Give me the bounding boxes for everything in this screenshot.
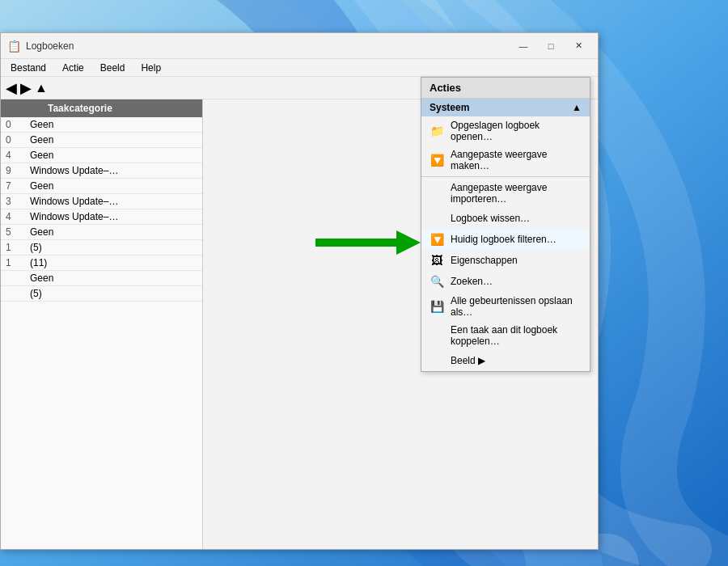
left-panel-header: Taakcategorie (1, 99, 202, 117)
table-row[interactable]: Geen (1, 271, 202, 286)
table-cell-col1 (1, 271, 25, 286)
acties-section-systeem[interactable]: Systeem ▲ (421, 99, 590, 116)
table-row[interactable]: 1 (5) (1, 240, 202, 256)
table-cell-col1: 4 (1, 148, 25, 163)
title-bar-left: 📋 Logboeken (7, 40, 74, 53)
empty-icon (430, 353, 444, 368)
acties-item-logboek-wissen[interactable]: Logboek wissen… (421, 208, 590, 229)
title-bar: 📋 Logboeken — □ ✕ (1, 33, 598, 59)
acties-item-zoeken[interactable]: 🔍 Zoeken… (421, 271, 590, 292)
acties-item-beeld[interactable]: Beeld ▶ (421, 350, 590, 371)
acties-item-label: Eigenschappen (451, 255, 518, 266)
table-cell-col1: 4 (1, 209, 25, 225)
table-cell-col1: 3 (1, 194, 25, 209)
search-icon: 🔍 (430, 274, 444, 289)
table-cell-col2: Geen (25, 148, 202, 163)
acties-item-aangepaste-importeren[interactable]: Aangepaste weergave importeren… (421, 179, 590, 208)
table-cell-col1: 7 (1, 179, 25, 194)
table-cell-col2: Geen (25, 225, 202, 240)
empty-icon (430, 328, 444, 343)
table-cell-col2: Windows Update–… (25, 194, 202, 209)
acties-item-label: Beeld ▶ (451, 355, 485, 366)
table-cell-col1: 1 (1, 240, 25, 256)
table-cell-col1: 5 (1, 225, 25, 240)
acties-item-huidig-filteren[interactable]: 🔽 Huidig logboek filteren… (421, 229, 590, 250)
acties-item-label: Aangepaste weergave importeren… (451, 182, 582, 205)
table-cell-col2: Geen (25, 271, 202, 286)
menu-actie[interactable]: Actie (56, 61, 91, 75)
folder-icon: 📁 (430, 124, 444, 138)
title-bar-controls: — □ ✕ (510, 38, 591, 54)
window-icon: 📋 (7, 40, 21, 53)
menu-help[interactable]: Help (134, 61, 167, 75)
filter-yellow-icon: 🔽 (430, 153, 444, 167)
acties-item-opgeslagen[interactable]: 📁 Opgeslagen logboek openen… (421, 116, 590, 146)
acties-item-opslaan-als[interactable]: 💾 Alle gebeurtenissen opslaan als… (421, 292, 590, 321)
table-cell-col2: Geen (25, 179, 202, 194)
table-cell-col2: Geen (25, 133, 202, 148)
menu-bestand[interactable]: Bestand (4, 61, 53, 75)
menu-bar: Bestand Actie Beeld Help (1, 59, 598, 77)
acties-item-eigenschappen[interactable]: 🖼 Eigenschappen (421, 250, 590, 271)
table-row[interactable]: 5 Geen (1, 225, 202, 240)
table-row[interactable]: 1 (11) (1, 256, 202, 271)
table-cell-col2: (11) (25, 256, 202, 271)
table-row[interactable]: 9 Windows Update–… (1, 163, 202, 179)
acties-item-label: Logboek wissen… (451, 213, 530, 224)
table-row[interactable]: 0 Geen (1, 133, 202, 148)
table-cell-col1: 0 (1, 133, 25, 148)
table-cell-col2: (5) (25, 286, 202, 302)
acties-items-container: 📁 Opgeslagen logboek openen… 🔽 Aangepast… (421, 116, 590, 371)
left-table[interactable]: 0 Geen 0 Geen 4 Geen 9 Windows Update–… … (1, 117, 202, 549)
event-table: 0 Geen 0 Geen 4 Geen 9 Windows Update–… … (1, 117, 202, 302)
acties-panel: Acties Systeem ▲ 📁 Opgeslagen logboek op… (421, 77, 590, 372)
table-cell-col2: Windows Update–… (25, 209, 202, 225)
save-icon: 💾 (430, 299, 444, 314)
table-row[interactable]: (5) (1, 286, 202, 302)
table-cell-col1 (1, 286, 25, 302)
acties-item-label: Opgeslagen logboek openen… (451, 120, 582, 142)
acties-item-aangepaste-maken[interactable]: 🔽 Aangepaste weergave maken… (421, 146, 590, 175)
toolbar-forward[interactable]: ▶ (20, 79, 32, 97)
empty-icon (430, 186, 444, 201)
left-panel: Taakcategorie 0 Geen 0 Geen 4 Geen 9 Win… (1, 99, 203, 549)
table-cell-col2: Windows Update–… (25, 163, 202, 179)
svg-marker-1 (315, 230, 421, 255)
acties-section-collapse-icon: ▲ (572, 102, 582, 113)
header-col2: Taakcategorie (48, 103, 112, 114)
acties-item-label: Zoeken… (451, 276, 493, 287)
minimize-button[interactable]: — (510, 38, 536, 54)
window-title: Logboeken (26, 40, 74, 52)
acties-panel-title: Acties (421, 78, 590, 99)
table-cell-col2: Geen (25, 117, 202, 133)
close-button[interactable]: ✕ (565, 38, 591, 54)
acties-separator (421, 176, 590, 177)
acties-item-label: Een taak aan dit logboek koppelen… (451, 324, 582, 347)
header-col1 (7, 103, 32, 114)
empty-icon (430, 211, 444, 226)
table-row[interactable]: 4 Geen (1, 148, 202, 163)
table-cell-col1: 1 (1, 256, 25, 271)
table-row[interactable]: 4 Windows Update–… (1, 209, 202, 225)
table-row[interactable]: 0 Geen (1, 117, 202, 133)
acties-item-label: Alle gebeurtenissen opslaan als… (451, 295, 582, 318)
toolbar-up[interactable]: ▲ (35, 81, 48, 95)
table-row[interactable]: 3 Windows Update–… (1, 194, 202, 209)
toolbar-back[interactable]: ◀ (6, 79, 17, 97)
acties-item-taak-koppelen[interactable]: Een taak aan dit logboek koppelen… (421, 321, 590, 350)
green-arrow-indicator (315, 226, 437, 261)
maximize-button[interactable]: □ (538, 38, 564, 54)
table-cell-col1: 0 (1, 117, 25, 133)
table-row[interactable]: 7 Geen (1, 179, 202, 194)
acties-section-label: Systeem (430, 102, 469, 113)
menu-beeld[interactable]: Beeld (94, 61, 132, 75)
table-cell-col1: 9 (1, 163, 25, 179)
acties-item-label: Aangepaste weergave maken… (451, 149, 582, 171)
acties-item-label: Huidig logboek filteren… (451, 234, 557, 245)
table-cell-col2: (5) (25, 240, 202, 256)
